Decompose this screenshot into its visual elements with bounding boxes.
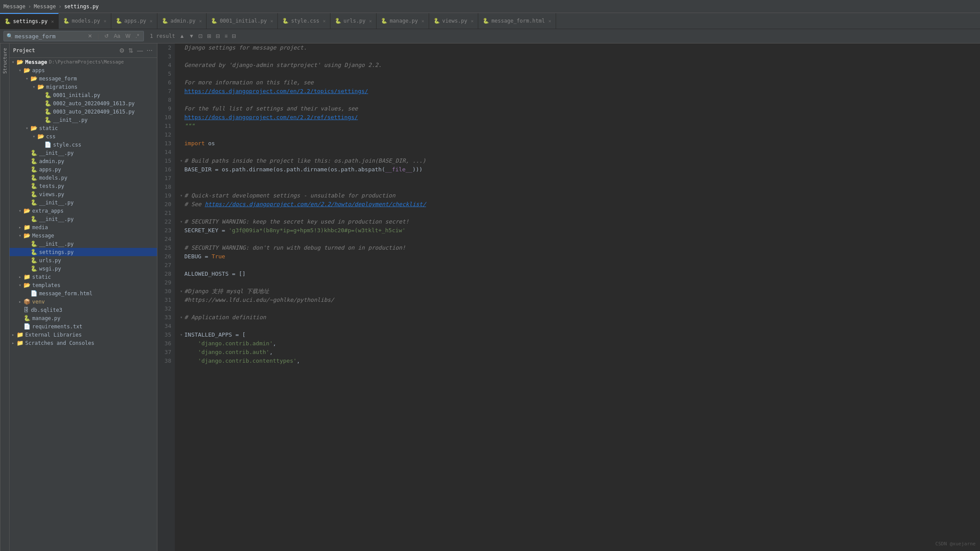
- tab-close-manage[interactable]: ✕: [421, 18, 424, 24]
- tree-item[interactable]: ▾📂message_form: [10, 74, 157, 83]
- tree-item[interactable]: 🐍0001_initial.py: [10, 91, 157, 99]
- tree-arrow[interactable]: ▸: [10, 332, 17, 337]
- search-options-2[interactable]: ⊟: [214, 32, 222, 40]
- tab-close-admin[interactable]: ✕: [199, 18, 202, 24]
- tab-close-settings[interactable]: ✕: [51, 19, 54, 24]
- tree-arrow[interactable]: ▸: [10, 341, 17, 345]
- tab-urls[interactable]: 🐍urls.py✕: [330, 13, 377, 29]
- search-options-3[interactable]: ≡: [223, 32, 229, 40]
- tree-item[interactable]: ▾📂Message: [10, 231, 157, 240]
- fold-arrow[interactable]: ▾: [178, 157, 184, 165]
- tab-manage[interactable]: 🐍manage.py✕: [377, 13, 429, 29]
- tab-views[interactable]: 🐍views.py✕: [429, 13, 478, 29]
- tab-close-style[interactable]: ✕: [323, 18, 326, 24]
- tree-item[interactable]: ▾📂static: [10, 124, 157, 132]
- tab-admin[interactable]: 🐍admin.py✕: [157, 13, 207, 29]
- search-regex-button[interactable]: .*: [134, 32, 141, 40]
- tree-item[interactable]: ▾📂templates: [10, 281, 157, 289]
- tree-arrow[interactable]: ▾: [30, 134, 37, 139]
- tree-item[interactable]: 🐍tests.py: [10, 182, 157, 190]
- tab-message_form_html[interactable]: 🐍message_form.html✕: [478, 13, 556, 29]
- tree-item[interactable]: ▾📂extra_apps: [10, 207, 157, 215]
- sidebar-action-collapse[interactable]: —: [136, 46, 144, 55]
- tab-close-0001_initial[interactable]: ✕: [270, 18, 273, 24]
- search-options-1[interactable]: ⊞: [205, 32, 213, 40]
- search-prev-button[interactable]: ▲: [178, 32, 187, 40]
- search-next-button[interactable]: ▼: [187, 32, 196, 40]
- search-input-wrap[interactable]: 🔍 ✕ | ↺ Aa W .*: [3, 31, 144, 41]
- tab-settings[interactable]: 🐍settings.py✕: [0, 13, 59, 29]
- tree-item[interactable]: 🐍urls.py: [10, 256, 157, 264]
- tree-item[interactable]: 🐍views.py: [10, 190, 157, 198]
- tab-close-models[interactable]: ✕: [103, 18, 107, 24]
- fold-arrow[interactable]: ▾: [178, 331, 184, 339]
- tree-arrow[interactable]: ▸: [17, 225, 23, 230]
- tree-item[interactable]: 🐍settings.py: [10, 248, 157, 256]
- tree-item[interactable]: 🐍models.py: [10, 174, 157, 182]
- tree-arrow[interactable]: ▸: [17, 274, 23, 279]
- sidebar-action-more[interactable]: ⋯: [146, 46, 153, 55]
- tree-item[interactable]: 🐍admin.py: [10, 157, 157, 165]
- tab-close-apps[interactable]: ✕: [150, 18, 153, 24]
- fold-arrow[interactable]: ▾: [178, 217, 184, 226]
- tab-0001_initial[interactable]: 🐍0001_initial.py✕: [207, 13, 278, 29]
- search-word-button[interactable]: W: [124, 32, 132, 40]
- tree-item[interactable]: ▾📂MessageD:\PycharmProjects\Message: [10, 58, 157, 66]
- tree-item[interactable]: 🐍wsgi.py: [10, 264, 157, 273]
- tree-arrow[interactable]: ▾: [17, 283, 23, 287]
- tree-item[interactable]: 🗄db.sqlite3: [10, 306, 157, 314]
- tab-models[interactable]: 🐍models.py✕: [59, 13, 111, 29]
- tree-item[interactable]: 📄style.css: [10, 140, 157, 149]
- tree-item[interactable]: 🐍0002_auto_20220409_1613.py: [10, 99, 157, 107]
- fold-arrow[interactable]: ▾: [178, 191, 184, 200]
- tree-arrow[interactable]: ▾: [23, 76, 30, 81]
- search-show-context-button[interactable]: ⊡: [197, 32, 204, 40]
- tree-item[interactable]: ▸📁External Libraries: [10, 331, 157, 339]
- search-replace-button[interactable]: ↺: [103, 32, 110, 40]
- tree-item[interactable]: 🐍0003_auto_20220409_1615.py: [10, 107, 157, 116]
- search-clear-button[interactable]: ✕: [86, 32, 94, 40]
- tree-item[interactable]: 📄requirements.txt: [10, 322, 157, 331]
- tab-style[interactable]: 🐍style.css✕: [278, 13, 330, 29]
- tree-item[interactable]: 📄message_form.html: [10, 289, 157, 297]
- tree-arrow[interactable]: ▾: [23, 126, 30, 130]
- sidebar-action-gear[interactable]: ⚙: [118, 46, 126, 55]
- fold-arrow[interactable]: ▾: [178, 287, 184, 296]
- tree-item[interactable]: 🐍__init__.py: [10, 240, 157, 248]
- tree-arrow[interactable]: ▸: [17, 299, 23, 304]
- tree-item[interactable]: ▸📁media: [10, 223, 157, 231]
- tab-apps[interactable]: 🐍apps.py✕: [111, 13, 157, 29]
- tree-item[interactable]: 🐍__init__.py: [10, 149, 157, 157]
- code-area[interactable]: Django settings for message project. Gen…: [175, 43, 980, 551]
- tab-close-urls[interactable]: ✕: [369, 18, 372, 24]
- tree-item[interactable]: 🐍__init__.py: [10, 198, 157, 207]
- tree-item[interactable]: ▸📁Scratches and Consoles: [10, 339, 157, 347]
- tree-file-icon: 🐍: [23, 315, 30, 321]
- tree-item[interactable]: ▾📂migrations: [10, 83, 157, 91]
- tree-item[interactable]: ▾📂apps: [10, 66, 157, 74]
- tree-item[interactable]: 🐍__init__.py: [10, 215, 157, 223]
- tree-arrow[interactable]: ▾: [10, 60, 17, 64]
- tree-arrow[interactable]: ▾: [17, 68, 23, 73]
- search-filter-button[interactable]: ⊟: [230, 32, 238, 40]
- tab-close-message_form_html[interactable]: ✕: [548, 18, 551, 24]
- tree-item[interactable]: 🐍apps.py: [10, 165, 157, 174]
- search-input[interactable]: [15, 33, 84, 40]
- search-case-button[interactable]: Aa: [112, 32, 122, 40]
- tree-arrow[interactable]: ▾: [30, 84, 37, 89]
- tree-item[interactable]: ▾📂css: [10, 132, 157, 140]
- tree-arrow[interactable]: ▾: [17, 208, 23, 213]
- sidebar-action-sort[interactable]: ⇅: [127, 46, 134, 55]
- structure-label[interactable]: Structure: [1, 46, 9, 76]
- tree-item[interactable]: ▸📁static: [10, 273, 157, 281]
- fold-arrow[interactable]: ▾: [178, 313, 184, 322]
- tree-item[interactable]: 🐍__init__.py: [10, 116, 157, 124]
- tree-file-icon: 🐍: [30, 166, 37, 173]
- tree-arrow[interactable]: ▾: [17, 233, 23, 238]
- code-content: [184, 52, 971, 61]
- code-editor[interactable]: 2345678910111213141516171819202122232425…: [157, 43, 980, 551]
- tree-item[interactable]: ▸📦venv: [10, 297, 157, 306]
- code-line: DEBUG = True: [178, 252, 980, 261]
- tab-close-views[interactable]: ✕: [471, 18, 474, 24]
- tree-item[interactable]: 🐍manage.py: [10, 314, 157, 322]
